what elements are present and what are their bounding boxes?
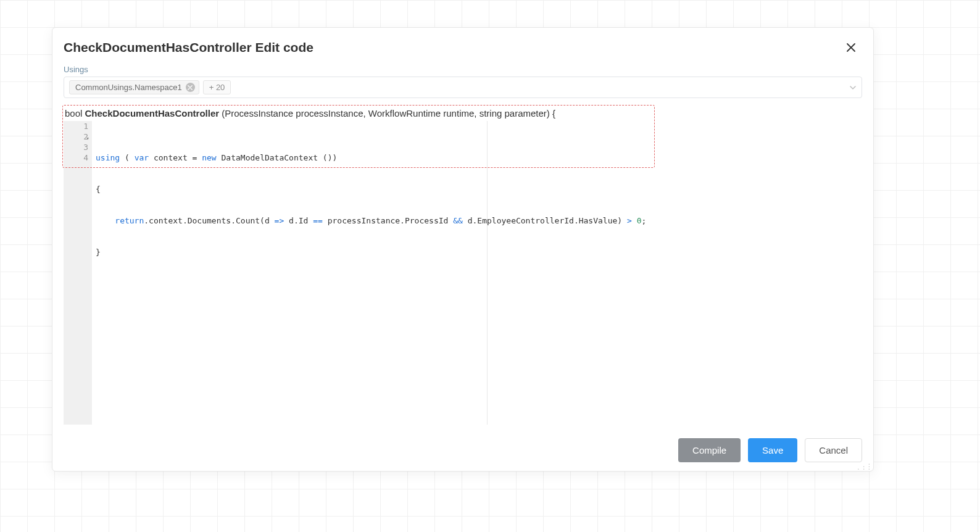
- usings-more-tag[interactable]: + 20: [203, 80, 231, 94]
- modal-footer: Compile Save Cancel .. .. . .: [52, 425, 873, 471]
- gutter-line: 4: [67, 152, 88, 163]
- signature-params: (ProcessInstance processInstance, Workfl…: [219, 108, 555, 118]
- code-line: return.context.Documents.Count(d => d.Id…: [96, 215, 862, 226]
- save-button[interactable]: Save: [748, 438, 797, 462]
- signature-function-name: CheckDocumentHasController: [85, 108, 220, 118]
- line-gutter: 1 2▾ 3 4: [64, 121, 92, 425]
- chevron-down-icon: [849, 84, 857, 91]
- edit-code-modal: CheckDocumentHasController Edit code Usi…: [52, 27, 874, 472]
- gutter-line: 1: [67, 121, 88, 131]
- usings-tag-label: CommonUsings.Namespace1: [75, 83, 182, 92]
- usings-label: Usings: [52, 61, 873, 77]
- close-button[interactable]: [842, 39, 860, 56]
- close-icon: [847, 43, 855, 52]
- usings-tag: CommonUsings.Namespace1: [69, 80, 199, 94]
- compile-button[interactable]: Compile: [678, 438, 741, 462]
- usings-dropdown-toggle[interactable]: [849, 84, 857, 91]
- gutter-line: 2▾: [67, 131, 88, 142]
- code-editor[interactable]: 1 2▾ 3 4 using ( var context = new DataM…: [64, 121, 862, 425]
- code-editor-area: bool CheckDocumentHasController (Process…: [64, 108, 862, 425]
- code-body[interactable]: using ( var context = new DataModelDataC…: [92, 121, 862, 425]
- code-line: {: [96, 184, 862, 194]
- resize-handle[interactable]: .. .. . .: [857, 461, 871, 468]
- function-signature: bool CheckDocumentHasController (Process…: [64, 108, 862, 121]
- gutter-line: 3: [67, 142, 88, 152]
- close-icon: [188, 85, 193, 90]
- cancel-button[interactable]: Cancel: [805, 438, 862, 462]
- signature-return-type: bool: [65, 108, 85, 118]
- code-line: }: [96, 247, 862, 257]
- usings-select[interactable]: CommonUsings.Namespace1 + 20: [64, 77, 862, 98]
- modal-title: CheckDocumentHasController Edit code: [64, 40, 314, 55]
- modal-header: CheckDocumentHasController Edit code: [52, 28, 873, 61]
- remove-tag-button[interactable]: [186, 83, 195, 92]
- code-line: using ( var context = new DataModelDataC…: [96, 152, 862, 163]
